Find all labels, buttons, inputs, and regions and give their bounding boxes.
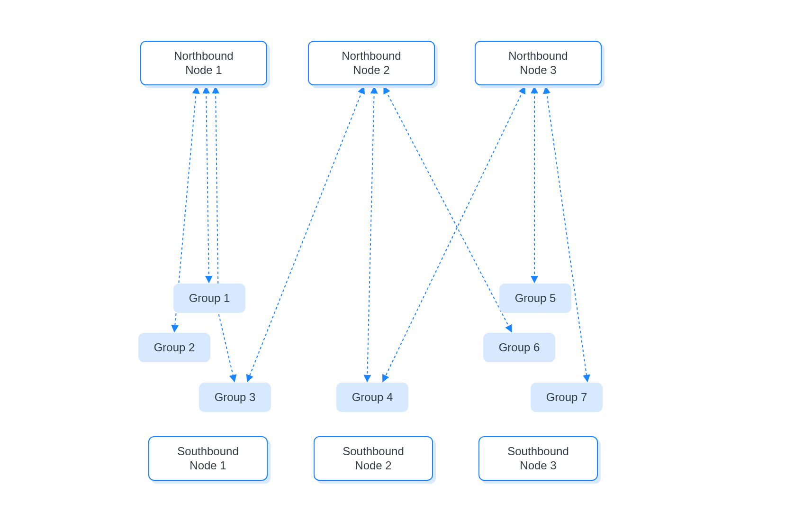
group-3: Group 3 <box>199 383 271 412</box>
node-label-line2: Node 3 <box>520 458 556 473</box>
northbound-node-3: Northbound Node 3 <box>475 41 602 85</box>
node-label-line1: Southbound <box>177 444 238 458</box>
group-6: Group 6 <box>483 333 555 362</box>
node-label-line1: Southbound <box>343 444 404 458</box>
node-label-line1: Northbound <box>508 49 568 63</box>
svg-line-2 <box>247 87 364 382</box>
node-label-line1: Northbound <box>342 49 401 63</box>
diagram-canvas: Northbound Node 1 Northbound Node 2 Nort… <box>0 0 812 531</box>
northbound-node-1: Northbound Node 1 <box>140 41 267 85</box>
group-label: Group 7 <box>546 391 587 404</box>
group-label: Group 3 <box>215 391 256 404</box>
node-label-line1: Northbound <box>174 49 233 63</box>
group-label: Group 4 <box>352 391 393 404</box>
group-label: Group 5 <box>515 292 556 305</box>
svg-line-3 <box>367 87 374 382</box>
node-label-line2: Node 2 <box>355 458 391 473</box>
group-label: Group 1 <box>189 292 230 305</box>
northbound-node-2: Northbound Node 2 <box>308 41 435 85</box>
southbound-node-1: Southbound Node 1 <box>148 436 268 481</box>
node-label-line1: Southbound <box>507 444 568 458</box>
node-label-line2: Node 1 <box>189 458 226 473</box>
southbound-node-3: Southbound Node 3 <box>478 436 598 481</box>
svg-line-0 <box>206 87 209 283</box>
group-4: Group 4 <box>336 383 408 412</box>
svg-line-5 <box>384 87 512 332</box>
group-1: Group 1 <box>173 284 245 313</box>
node-label-line2: Node 2 <box>353 63 389 77</box>
group-2: Group 2 <box>138 333 210 362</box>
southbound-node-2: Southbound Node 2 <box>314 436 433 481</box>
node-label-line2: Node 3 <box>520 63 556 77</box>
node-label-line2: Node 1 <box>185 63 222 77</box>
group-5: Group 5 <box>499 284 571 313</box>
group-label: Group 2 <box>154 341 195 354</box>
group-7: Group 7 <box>531 383 603 412</box>
group-label: Group 6 <box>499 341 540 354</box>
